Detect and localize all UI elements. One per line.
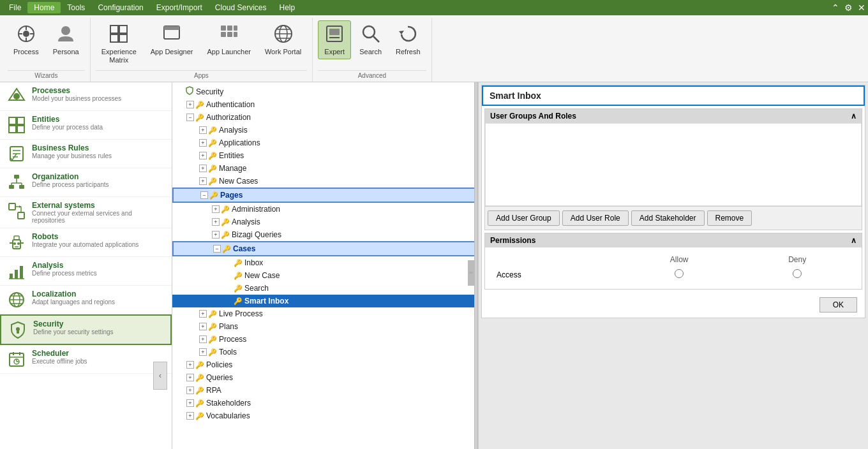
sidebar-item-scheduler[interactable]: Scheduler Execute offline jobs: [0, 345, 172, 374]
close-icon[interactable]: ✕: [858, 3, 865, 13]
manage-expand[interactable]: +: [198, 163, 208, 173]
add-user-role-button[interactable]: Add User Role: [562, 210, 629, 226]
tree-label-search: Search: [244, 284, 269, 293]
tree-node-queries[interactable]: + 🔑 Queries: [172, 371, 478, 384]
permissions-access-allow-radio[interactable]: [675, 269, 684, 278]
menu-help[interactable]: Help: [273, 2, 302, 13]
tree-node-vocabularies[interactable]: + 🔑 Vocabularies: [172, 409, 478, 422]
inbox-expand[interactable]: [223, 258, 234, 268]
bizagi-queries-expand[interactable]: +: [211, 230, 221, 240]
sidebar-item-entities[interactable]: Entities Define your process data: [0, 111, 172, 140]
tree-node-tools[interactable]: + 🔑 Tools: [172, 346, 478, 358]
menu-file[interactable]: File: [3, 2, 27, 13]
process-tree-expand[interactable]: +: [198, 334, 208, 344]
ribbon-btn-experience-matrix[interactable]: ExperienceMatrix: [96, 20, 142, 68]
ribbon-btn-app-designer[interactable]: App Designer: [145, 20, 199, 59]
sidebar-item-analysis[interactable]: Analysis Define process metrics: [0, 257, 172, 286]
settings-icon[interactable]: ⚙: [844, 3, 853, 13]
user-groups-collapse-icon[interactable]: ∧: [851, 112, 857, 121]
entities-tree-expand[interactable]: +: [198, 151, 208, 161]
plans-expand[interactable]: +: [198, 321, 208, 332]
ribbon-btn-work-portal[interactable]: Work Portal: [259, 20, 307, 59]
tree-node-authentication[interactable]: + 🔑 Authentication: [172, 98, 478, 111]
tree-node-pages[interactable]: − 🔑 Pages: [172, 188, 478, 203]
tree-node-live-process[interactable]: + 🔑 Live Process: [172, 307, 478, 320]
analysis-expand[interactable]: +: [198, 125, 208, 135]
sidebar-item-external-systems[interactable]: External systems Connect your external s…: [0, 197, 172, 228]
tree-node-manage[interactable]: + 🔑 Manage: [172, 162, 478, 175]
security-expand[interactable]: [175, 87, 185, 97]
administration-expand[interactable]: +: [211, 204, 221, 214]
svg-rect-15: [234, 26, 237, 31]
new-cases-expand[interactable]: +: [198, 176, 208, 186]
tree-node-policies[interactable]: + 🔑 Policies: [172, 358, 478, 371]
tree-node-stakeholders[interactable]: + 🔑 Stakeholders: [172, 397, 478, 409]
tree-node-new-cases[interactable]: + 🔑 New Cases: [172, 175, 478, 188]
tree-resize-handle-h[interactable]: ◦◦: [468, 260, 474, 286]
tree-node-applications[interactable]: + 🔑 Applications: [172, 136, 478, 149]
permissions-collapse-icon[interactable]: ∧: [851, 236, 857, 245]
ribbon-btn-search[interactable]: Search: [354, 20, 387, 59]
vocabularies-expand[interactable]: +: [185, 411, 195, 421]
tree-node-inbox[interactable]: 🔑 Inbox: [172, 256, 478, 269]
tree-node-security[interactable]: Security: [172, 85, 478, 98]
menu-tools[interactable]: Tools: [61, 2, 91, 13]
add-stakeholder-button[interactable]: Add Stakeholder: [631, 210, 705, 226]
ribbon-btn-expert[interactable]: Expert: [318, 20, 351, 59]
policies-expand[interactable]: +: [185, 360, 195, 370]
tree-node-new-case[interactable]: 🔑 New Case: [172, 269, 478, 282]
menu-export-import[interactable]: Export/Import: [150, 2, 209, 13]
organization-desc: Define process participants: [32, 181, 109, 188]
ribbon-btn-process[interactable]: Process: [8, 20, 45, 59]
tree-node-analysis[interactable]: + 🔑 Analysis: [172, 124, 478, 136]
stakeholders-expand[interactable]: +: [185, 398, 195, 408]
permissions-access-deny-radio[interactable]: [793, 269, 802, 278]
new-case-expand[interactable]: [223, 270, 234, 281]
add-user-group-button[interactable]: Add User Group: [488, 210, 560, 226]
tree-label-live-process: Live Process: [219, 309, 263, 318]
tree-label-smart-inbox: Smart Inbox: [244, 297, 288, 305]
external-systems-title: External systems: [32, 201, 165, 210]
remove-button[interactable]: Remove: [707, 210, 752, 226]
ribbon-btn-refresh[interactable]: Refresh: [390, 20, 426, 59]
tree-node-bizagi-queries[interactable]: + 🔑 Bizagi Queries: [172, 228, 478, 241]
tools-expand[interactable]: +: [198, 347, 208, 357]
tree-label-stakeholders: Stakeholders: [206, 399, 251, 408]
applications-expand[interactable]: +: [198, 138, 208, 148]
sidebar-item-security[interactable]: Security Define your security settings: [0, 314, 172, 345]
sidebar-item-organization[interactable]: Organization Define process participants: [0, 168, 172, 197]
sidebar-item-business-rules[interactable]: Business Rules Manage your business rule…: [0, 140, 172, 168]
analysis2-expand[interactable]: +: [211, 217, 221, 227]
sidebar-collapse-btn[interactable]: ‹: [153, 362, 167, 390]
ribbon-btn-persona[interactable]: Persona: [47, 20, 85, 59]
tree-node-analysis2[interactable]: + 🔑 Analysis: [172, 216, 478, 228]
pages-expand[interactable]: −: [199, 190, 209, 200]
tree-node-plans[interactable]: + 🔑 Plans: [172, 320, 478, 333]
sidebar-item-localization[interactable]: Localization Adapt languages and regions: [0, 286, 172, 314]
tree-node-process[interactable]: + 🔑 Process: [172, 333, 478, 346]
menu-home[interactable]: Home: [27, 2, 61, 13]
minimize-icon[interactable]: ⌃: [832, 3, 839, 13]
cases-expand[interactable]: −: [212, 244, 222, 254]
tree-node-search[interactable]: 🔑 Search: [172, 282, 478, 295]
sidebar-item-robots[interactable]: Robots Integrate your automated applicat…: [0, 228, 172, 257]
live-process-expand[interactable]: +: [198, 309, 208, 319]
tree-resize-handle[interactable]: [474, 82, 478, 449]
ok-button[interactable]: OK: [819, 297, 857, 313]
queries-expand[interactable]: +: [185, 372, 195, 383]
tree-node-cases[interactable]: − 🔑 Cases: [172, 241, 478, 256]
tree-node-rpa[interactable]: + 🔑 RPA: [172, 384, 478, 397]
menu-configuration[interactable]: Configuration: [91, 2, 149, 13]
search-tree-expand[interactable]: [223, 283, 234, 293]
ribbon-btn-app-launcher[interactable]: App Launcher: [201, 20, 257, 59]
authorization-expand[interactable]: −: [185, 112, 195, 122]
tree-node-entities[interactable]: + 🔑 Entities: [172, 149, 478, 162]
menu-cloud-services[interactable]: Cloud Services: [209, 2, 273, 13]
smart-inbox-expand[interactable]: [223, 296, 234, 306]
authentication-expand[interactable]: +: [185, 99, 195, 110]
tree-node-smart-inbox[interactable]: 🔑 Smart Inbox: [172, 295, 478, 307]
sidebar-item-processes[interactable]: Processes Model your business processes: [0, 82, 172, 111]
tree-node-authorization[interactable]: − 🔑 Authorization: [172, 111, 478, 124]
tree-node-administration[interactable]: + 🔑 Administration: [172, 203, 478, 216]
rpa-expand[interactable]: +: [185, 385, 195, 395]
